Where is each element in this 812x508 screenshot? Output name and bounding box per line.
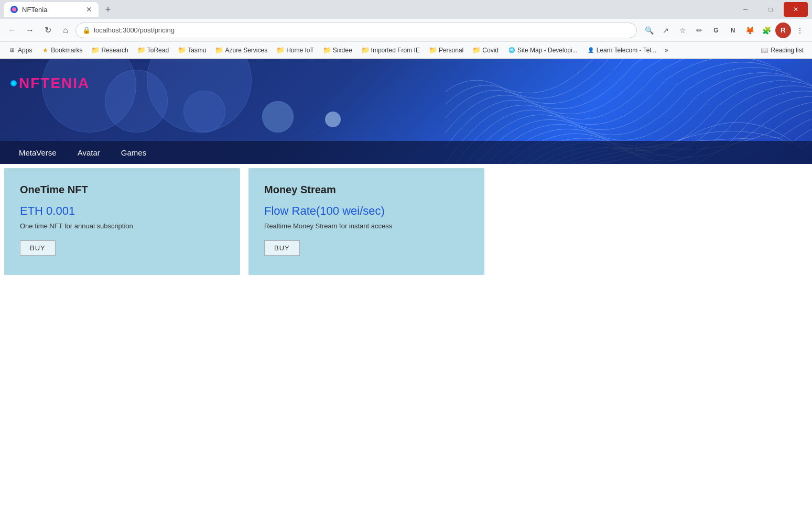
window-minimize-button[interactable]: ─	[733, 2, 757, 17]
star-icon: ★	[41, 47, 49, 54]
bookmark-apps[interactable]: ⊞ Apps	[4, 46, 36, 55]
window-maximize-button[interactable]: □	[759, 2, 783, 17]
bookmark-homeiot[interactable]: 📁 Home IoT	[273, 46, 318, 55]
bookmark-covid-label: Covid	[482, 47, 499, 54]
site-content: NFTENIA MetaVerse Avatar Games OneTime N…	[0, 59, 812, 279]
home-button[interactable]: ⌂	[58, 23, 73, 38]
folder-icon: 📁	[323, 47, 331, 54]
onetime-buy-button[interactable]: BUY	[20, 240, 56, 256]
logo-text: NFTENIA	[10, 75, 90, 92]
browser-tab[interactable]: NFTenia ✕	[4, 2, 99, 17]
site-navigation: MetaVerse Avatar Games	[0, 141, 812, 164]
onetime-card-price: ETH 0.001	[20, 204, 224, 218]
bookmark-azure[interactable]: 📁 Azure Services	[211, 46, 272, 55]
search-icon[interactable]: 🔍	[641, 23, 657, 38]
logo-name: NFTENIA	[19, 75, 90, 92]
tab-close-button[interactable]: ✕	[86, 5, 92, 14]
more-bookmarks-button[interactable]: »	[662, 46, 672, 55]
nav-avatar[interactable]: Avatar	[67, 142, 111, 163]
nav-metaverse[interactable]: MetaVerse	[8, 142, 67, 163]
onetime-card-description: One time NFT for annual subscription	[20, 222, 224, 230]
new-tab-button[interactable]: +	[101, 2, 115, 17]
bookmark-homeiot-label: Home IoT	[286, 47, 314, 54]
folder-icon: 📁	[429, 47, 437, 54]
logo-dot-icon	[10, 80, 17, 86]
address-bar[interactable]: 🔒 localhost:3000/post/pricing	[75, 23, 637, 38]
favorites-icon[interactable]: ☆	[675, 23, 690, 38]
moneystream-card-price: Flow Rate(100 wei/sec)	[264, 204, 469, 218]
person-icon: 👤	[587, 47, 594, 54]
folder-icon: 📁	[138, 47, 145, 54]
bookmark-learntel-label: Learn Telecom - Tel...	[597, 47, 656, 54]
site-icon: 🌐	[508, 47, 515, 54]
pricing-card-moneystream: Money Stream Flow Rate(100 wei/sec) Real…	[248, 168, 484, 275]
nav-bar: ← → ↻ ⌂ 🔒 localhost:3000/post/pricing 🔍 …	[0, 19, 812, 42]
folder-icon: 📁	[92, 47, 99, 54]
back-button[interactable]: ←	[4, 23, 20, 38]
folder-icon: 📁	[473, 47, 480, 54]
bookmark-imported-label: Imported From IE	[371, 47, 420, 54]
bookmark-research[interactable]: 📁 Research	[88, 46, 132, 55]
site-header: NFTENIA MetaVerse Avatar Games	[0, 59, 812, 164]
reload-button[interactable]: ↻	[40, 23, 56, 38]
bookmark-toread[interactable]: 📁 ToRead	[134, 46, 173, 55]
extensions-icon[interactable]: 🧩	[759, 23, 774, 38]
pricing-card-onetime: OneTime NFT ETH 0.001 One time NFT for a…	[4, 168, 240, 275]
browser-chrome: NFTenia ✕ + ─ □ ✕ ← → ↻ ⌂ 🔒 localhost:30…	[0, 0, 812, 59]
moneystream-buy-button[interactable]: BUY	[264, 240, 300, 256]
bookmark-sixdee-label: Sixdee	[333, 47, 352, 54]
tab-favicon	[10, 6, 18, 13]
bookmark-toread-label: ToRead	[147, 47, 169, 54]
folder-icon: 📁	[362, 47, 369, 54]
url-display: localhost:3000/post/pricing	[94, 26, 175, 34]
bookmark-imported[interactable]: 📁 Imported From IE	[358, 46, 424, 55]
security-icon: 🔒	[82, 26, 91, 34]
browser-ext1[interactable]: 🦊	[742, 23, 757, 38]
pen-icon[interactable]: ✏	[691, 23, 707, 38]
wallet-icon[interactable]: N	[725, 23, 741, 38]
bookmark-covid[interactable]: 📁 Covid	[469, 46, 503, 55]
reading-list-button[interactable]: 📖 Reading list	[756, 46, 808, 55]
window-close-button[interactable]: ✕	[784, 2, 808, 17]
title-bar: NFTenia ✕ + ─ □ ✕	[0, 0, 812, 19]
bookmark-tasmu[interactable]: 📁 Tasmu	[174, 46, 210, 55]
reading-list-icon: 📖	[761, 47, 768, 54]
onetime-card-title: OneTime NFT	[20, 184, 224, 196]
bookmark-research-label: Research	[101, 47, 128, 54]
moneystream-card-title: Money Stream	[264, 184, 469, 196]
bookmark-apps-label: Apps	[18, 47, 32, 54]
pricing-section: OneTime NFT ETH 0.001 One time NFT for a…	[0, 164, 812, 279]
bookmark-bookmarks[interactable]: ★ Bookmarks	[37, 46, 86, 55]
screenshot-icon[interactable]: G	[708, 23, 724, 38]
bookmark-personal-label: Personal	[439, 47, 463, 54]
bookmark-sitemap[interactable]: 🌐 Site Map - Developi...	[504, 46, 582, 55]
apps-grid-icon: ⊞	[8, 47, 16, 54]
nav-action-icons: 🔍 ↗ ☆ ✏ G N 🦊 🧩 R ⋮	[641, 23, 808, 38]
bookmark-learntel[interactable]: 👤 Learn Telecom - Tel...	[583, 46, 661, 55]
folder-icon: 📁	[277, 47, 284, 54]
folder-icon: 📁	[215, 47, 223, 54]
profile-icon[interactable]: R	[775, 23, 791, 38]
window-controls: ─ □ ✕	[733, 2, 808, 17]
menu-button[interactable]: ⋮	[792, 23, 808, 38]
bookmark-tasmu-label: Tasmu	[188, 47, 206, 54]
bookmark-personal[interactable]: 📁 Personal	[425, 46, 468, 55]
share-icon[interactable]: ↗	[658, 23, 674, 38]
svg-point-0	[12, 7, 16, 12]
bookmark-sixdee[interactable]: 📁 Sixdee	[319, 46, 356, 55]
folder-icon: 📁	[178, 47, 186, 54]
tab-title: NFTenia	[22, 6, 47, 14]
forward-button[interactable]: →	[22, 23, 38, 38]
bookmark-bookmarks-label: Bookmarks	[51, 47, 82, 54]
reading-list-label: Reading list	[771, 47, 804, 54]
moneystream-card-description: Realtime Money Stream for instant access	[264, 222, 469, 230]
bookmark-azure-label: Azure Services	[225, 47, 267, 54]
bookmarks-bar: ⊞ Apps ★ Bookmarks 📁 Research 📁 ToRead 📁…	[0, 42, 812, 59]
nav-games[interactable]: Games	[111, 142, 157, 163]
bookmark-sitemap-label: Site Map - Developi...	[517, 47, 578, 54]
site-logo[interactable]: NFTENIA	[10, 75, 90, 92]
